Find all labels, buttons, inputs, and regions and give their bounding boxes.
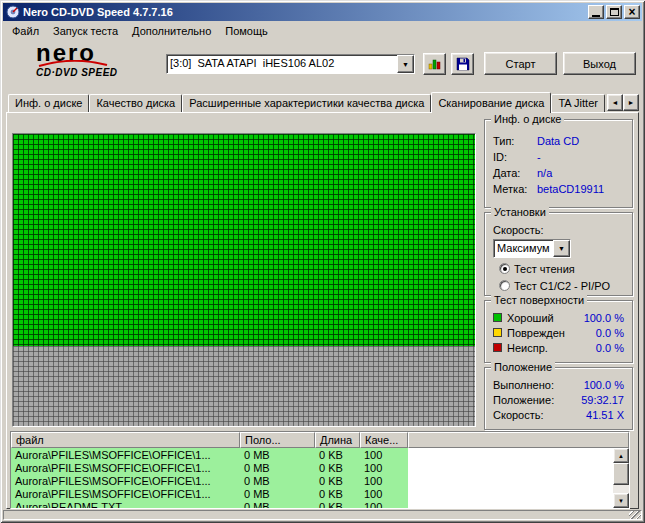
- group-title: Установки: [491, 206, 549, 219]
- field-label: Выполнено:: [493, 379, 554, 391]
- field-value: 41.51 X: [586, 409, 624, 421]
- minimize-icon: [592, 15, 600, 17]
- column-header-filler: [408, 432, 629, 448]
- table-row[interactable]: Aurora\PFILES\MSOFFICE\OFFICE\1... 0 MB …: [11, 487, 408, 500]
- group-title: Инф. о диске: [491, 113, 564, 126]
- position-group: Положение Выполнено: 100.0 % Положение: …: [484, 367, 633, 430]
- resize-grip[interactable]: [629, 511, 641, 519]
- radio-read-test[interactable]: Тест чтения: [499, 262, 632, 275]
- legend-label: Неиспр.: [507, 342, 591, 354]
- disc-info-row: ID: -: [485, 149, 632, 165]
- field-value: 100.0 %: [584, 379, 624, 391]
- field-label: Положение:: [493, 394, 554, 406]
- window-title: Nero CD-DVD Speed 4.7.7.16: [23, 6, 588, 18]
- scrollbar-thumb[interactable]: [613, 463, 629, 485]
- disc-info-row: Тип: Data CD: [485, 133, 632, 149]
- field-label: ID:: [493, 151, 537, 163]
- column-header-length[interactable]: Длина: [315, 432, 360, 448]
- cell-length: 0 KB: [315, 475, 360, 487]
- position-row-speed: Скорость: 41.51 X: [485, 407, 632, 422]
- legend-row-good: Хороший 100.0 %: [485, 310, 632, 325]
- cell-length: 0 KB: [315, 449, 360, 461]
- disc-info-group: Инф. о диске Тип: Data CD ID: - Дата: n/…: [484, 119, 633, 208]
- tab-strip: Инф. о диске Качество диска Расширенные …: [8, 91, 639, 112]
- legend-row-damaged: Поврежден 0.0 %: [485, 325, 632, 340]
- menu-item-file[interactable]: Файл: [5, 23, 46, 39]
- tab-ta-jitter[interactable]: TA Jitter: [551, 94, 605, 112]
- maximize-icon: [610, 8, 619, 16]
- minimize-button[interactable]: [588, 5, 604, 19]
- column-header-position[interactable]: Поло...: [240, 432, 315, 448]
- file-list-body: Aurora\PFILES\MSOFFICE\OFFICE\1... 0 MB …: [11, 448, 629, 508]
- table-row[interactable]: Aurora\PFILES\MSOFFICE\OFFICE\1... 0 MB …: [11, 448, 408, 461]
- start-button[interactable]: Старт: [484, 52, 557, 75]
- maximize-button[interactable]: [606, 5, 622, 19]
- scrollbar-track[interactable]: [613, 485, 629, 493]
- close-icon: ×: [628, 7, 635, 17]
- field-value: Data CD: [537, 135, 579, 147]
- settings-group: Установки Скорость: Максимум ▼ Тест чтен…: [484, 212, 633, 296]
- dropdown-arrow-icon[interactable]: ▼: [553, 240, 570, 257]
- position-row-done: Выполнено: 100.0 %: [485, 377, 632, 392]
- legend-label: Хороший: [507, 312, 579, 324]
- menu-item-run-test[interactable]: Запуск теста: [46, 23, 125, 39]
- column-header-file[interactable]: файл: [11, 432, 240, 448]
- exit-button[interactable]: Выход: [563, 52, 636, 75]
- field-label: Дата:: [493, 167, 537, 179]
- app-window: Nero CD-DVD Speed 4.7.7.16 × Файл Запуск…: [0, 0, 645, 523]
- scan-surface-grid: [12, 133, 476, 427]
- legend-value: 0.0 %: [596, 342, 624, 354]
- app-icon: [6, 5, 20, 19]
- tab-scroll-buttons: ◄ ►: [607, 94, 639, 111]
- scroll-down-icon[interactable]: ▼: [613, 493, 629, 508]
- cell-position: 0 MB: [240, 475, 315, 487]
- tab-scroll-left-button[interactable]: ◄: [607, 94, 623, 111]
- column-header-quality[interactable]: Каче...: [360, 432, 408, 448]
- position-row-position: Положение: 59:32.17: [485, 392, 632, 407]
- field-label: Тип:: [493, 135, 537, 147]
- cell-file: Aurora\PFILES\MSOFFICE\OFFICE\1...: [11, 462, 240, 474]
- dropdown-arrow-icon[interactable]: ▼: [397, 55, 414, 73]
- file-list-scrollbar[interactable]: ▲ ▼: [613, 448, 629, 508]
- unreadable-color-swatch: [493, 343, 502, 352]
- menu-item-help[interactable]: Помощь: [218, 23, 275, 39]
- close-button[interactable]: ×: [624, 5, 640, 19]
- options-button[interactable]: [423, 53, 446, 75]
- cell-file: Aurora\PFILES\MSOFFICE\OFFICE\1...: [11, 449, 240, 461]
- table-row[interactable]: Aurora\PFILES\MSOFFICE\OFFICE\1... 0 MB …: [11, 461, 408, 474]
- speed-label: Скорость:: [493, 224, 632, 236]
- drive-selector-value: [3:0] SATA ATAPI iHES106 AL02: [167, 55, 397, 73]
- titlebar: Nero CD-DVD Speed 4.7.7.16 ×: [3, 3, 642, 21]
- tab-advanced-quality[interactable]: Расширенные характеристики качества диск…: [182, 94, 431, 112]
- cell-length: 0 KB: [315, 488, 360, 500]
- cell-position: 0 MB: [240, 501, 315, 509]
- save-button[interactable]: [451, 53, 474, 75]
- radio-c1c2-test[interactable]: Тест C1/C2 - PI/PO: [499, 279, 632, 292]
- tab-scroll-right-button[interactable]: ►: [623, 94, 639, 111]
- table-row[interactable]: Aurora\PFILES\MSOFFICE\OFFICE\1... 0 MB …: [11, 474, 408, 487]
- disc-info-row: Метка: betaCD19911: [485, 181, 632, 197]
- scroll-up-icon[interactable]: ▲: [613, 448, 629, 463]
- legend-label: Поврежден: [507, 327, 591, 339]
- radio-label: Тест чтения: [514, 263, 575, 275]
- cell-file: Aurora\README.TXT: [11, 501, 240, 509]
- speed-selector[interactable]: Максимум ▼: [493, 239, 571, 258]
- menu-item-extra[interactable]: Дополнительно: [125, 23, 218, 39]
- tab-scan-disc[interactable]: Сканирование диска: [431, 92, 551, 113]
- file-rows-viewport: Aurora\PFILES\MSOFFICE\OFFICE\1... 0 MB …: [11, 448, 613, 508]
- tab-disc-quality[interactable]: Качество диска: [89, 94, 182, 112]
- cell-quality: 100: [360, 501, 408, 509]
- tab-disc-info[interactable]: Инф. о диске: [8, 94, 89, 112]
- cell-position: 0 MB: [240, 462, 315, 474]
- cell-file: Aurora\PFILES\MSOFFICE\OFFICE\1...: [11, 488, 240, 500]
- table-row[interactable]: Aurora\README.TXT 0 MB 0 KB 100: [11, 500, 408, 508]
- save-icon: [456, 57, 470, 71]
- drive-selector[interactable]: [3:0] SATA ATAPI iHES106 AL02 ▼: [166, 54, 415, 74]
- disc-info-row: Дата: n/a: [485, 165, 632, 181]
- group-title: Тест поверхности: [491, 294, 587, 307]
- cell-position: 0 MB: [240, 449, 315, 461]
- field-label: Скорость:: [493, 409, 544, 421]
- field-label: Метка:: [493, 183, 537, 195]
- speed-selector-value: Максимум: [494, 240, 553, 257]
- surface-test-group: Тест поверхности Хороший 100.0 % Поврежд…: [484, 300, 633, 363]
